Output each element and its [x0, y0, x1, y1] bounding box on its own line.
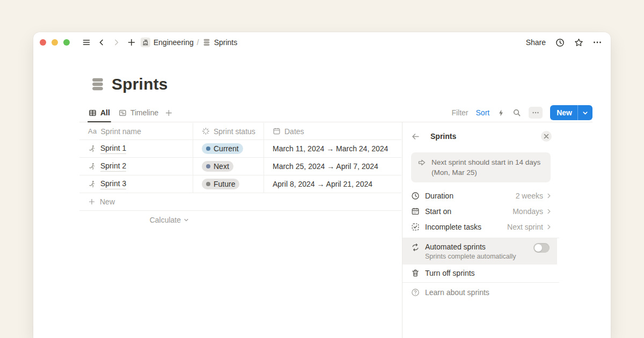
sprint-2-dates-cell[interactable]: March 25, 2024 → April 7, 2024 [264, 158, 401, 175]
setting-duration[interactable]: Duration 2 weeks [402, 188, 559, 203]
status-dot [206, 146, 210, 151]
setting-value: Next sprint [507, 223, 543, 231]
sprint-2-name-cell[interactable]: Sprint 2 [79, 158, 193, 175]
chevron-right-icon [546, 193, 552, 199]
minimize-window-button[interactable] [52, 39, 58, 46]
column-label: Sprint status [214, 127, 255, 136]
sort-button[interactable]: Sort [476, 108, 490, 117]
setting-label: Duration [425, 192, 453, 200]
panel-title: Sprints [430, 132, 456, 141]
automated-sprints-row[interactable]: Automated sprints Sprints complete autom… [402, 238, 557, 264]
status-dot [206, 164, 210, 168]
add-view-plus-icon[interactable] [165, 109, 173, 117]
filter-button[interactable]: Filter [451, 108, 468, 117]
panel-header: Sprints [402, 122, 559, 150]
new-row-button[interactable]: New [79, 193, 401, 211]
column-header-sprint-status[interactable]: Sprint status [193, 123, 264, 139]
turn-off-sprints-button[interactable]: Turn off sprints [402, 264, 559, 282]
back-arrow-icon[interactable] [411, 132, 422, 141]
status-label: Current [214, 144, 239, 153]
calendar-icon [273, 127, 281, 135]
view-options-ellipsis-icon[interactable] [529, 107, 543, 119]
workspace-building-icon [141, 38, 150, 47]
titlebar: Engineering / Sprints Share [33, 32, 611, 53]
breadcrumb-page[interactable]: Sprints [214, 38, 238, 47]
column-label: Dates [284, 127, 304, 136]
tab-all-label: All [100, 108, 110, 117]
close-window-button[interactable] [40, 39, 46, 46]
sprint-1-dates-cell[interactable]: March 11, 2024 → March 24, 2024 [264, 140, 401, 157]
learn-about-sprints-label: Learn about sprints [425, 288, 489, 297]
setting-value: 2 weeks [516, 192, 543, 200]
tab-timeline-label: Timeline [130, 108, 158, 117]
sprint-3-dates-cell[interactable]: April 8, 2024 → April 21, 2024 [264, 175, 401, 193]
new-page-plus-icon[interactable] [127, 38, 136, 47]
page-title[interactable]: Sprints [112, 75, 168, 93]
turn-off-sprints-label: Turn off sprints [425, 269, 475, 277]
calculate-button[interactable]: Calculate [79, 212, 193, 228]
sprint-1-name-cell[interactable]: Sprint 1 [79, 140, 193, 157]
setting-value: Mondays [513, 207, 543, 216]
sprint-name: Sprint 2 [100, 161, 126, 172]
sprint-3-name-cell[interactable]: Sprint 3 [79, 175, 193, 193]
automations-bolt-icon[interactable] [497, 109, 505, 117]
view-tabbar: All Timeline Filter Sort New [79, 104, 592, 122]
setting-start-on[interactable]: Start on Mondays [402, 203, 559, 219]
checkbox-dashed-icon [411, 223, 425, 231]
hamburger-menu-icon[interactable] [82, 38, 91, 47]
question-circle-icon [411, 288, 420, 297]
sprint-2-status-cell[interactable]: Next [193, 158, 264, 175]
nav-back-icon[interactable] [97, 38, 106, 47]
status-dot [206, 182, 210, 186]
repeat-icon [411, 243, 425, 252]
toggle-knob [535, 244, 542, 252]
new-button[interactable]: New [550, 105, 592, 120]
updates-clock-icon[interactable] [555, 38, 565, 47]
database-icon [202, 38, 211, 47]
sprint-settings-panel: Sprints Next sprint should start in 14 d… [402, 122, 559, 338]
close-icon[interactable] [541, 131, 552, 142]
share-button[interactable]: Share [526, 38, 546, 47]
runner-icon [88, 163, 96, 171]
favorite-star-icon[interactable] [574, 38, 583, 47]
setting-label: Incomplete tasks [425, 223, 481, 231]
notice-line2: (Mon, Mar 25) [431, 168, 477, 177]
chevron-right-icon [546, 209, 552, 214]
breadcrumb-separator: / [197, 38, 199, 47]
more-ellipsis-icon[interactable] [592, 38, 602, 47]
status-burst-icon [202, 127, 210, 135]
zoom-window-button[interactable] [63, 39, 70, 46]
text-type-icon: Aa [88, 127, 97, 135]
notice-line1: Next sprint should start in 14 days [431, 158, 540, 166]
trash-icon [411, 269, 420, 277]
breadcrumb-workspace[interactable]: Engineering [153, 38, 194, 47]
sprint-1-status-cell[interactable]: Current [193, 140, 264, 157]
status-label: Future [214, 180, 235, 188]
sprints-table: Aa Sprint name Sprint status Dates Sprin… [79, 123, 401, 228]
search-icon[interactable] [513, 108, 521, 117]
tab-all[interactable]: All [84, 104, 114, 122]
column-header-dates[interactable]: Dates [264, 123, 401, 139]
arrow-right-outline-icon [418, 158, 426, 178]
learn-about-sprints-link[interactable]: Learn about sprints [402, 283, 559, 302]
calendar-icon [411, 207, 425, 216]
nav-forward-icon[interactable] [112, 38, 121, 47]
tab-timeline[interactable]: Timeline [114, 104, 163, 122]
sprint-3-status-cell[interactable]: Future [193, 175, 264, 193]
status-badge: Next [202, 161, 233, 172]
column-label: Sprint name [101, 127, 141, 136]
table-header-row: Aa Sprint name Sprint status Dates [79, 123, 401, 140]
new-button-label: New [550, 108, 577, 117]
sprint-name: Sprint 3 [100, 179, 126, 189]
table-row: Sprint 3 Future April 8, 2024 → April 21… [79, 175, 401, 193]
table-view-icon [89, 109, 97, 117]
chevron-down-icon [184, 217, 189, 223]
status-label: Next [214, 162, 229, 171]
column-header-sprint-name[interactable]: Aa Sprint name [79, 123, 193, 139]
chevron-right-icon [546, 224, 552, 230]
setting-incomplete-tasks[interactable]: Incomplete tasks Next sprint [402, 219, 559, 234]
automated-sprints-toggle[interactable] [533, 243, 550, 253]
new-dropdown-chevron-icon[interactable] [578, 110, 592, 116]
page-database-icon [90, 77, 105, 92]
plus-icon [88, 198, 96, 205]
